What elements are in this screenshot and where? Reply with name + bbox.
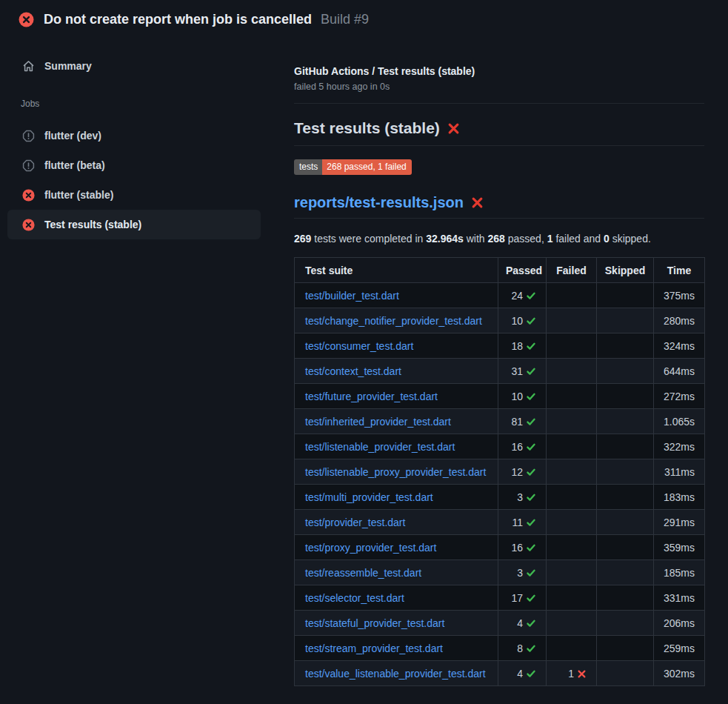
passed-cell: 10	[498, 384, 547, 409]
check-title: Test results (stable)	[294, 119, 440, 137]
failed-cell	[547, 308, 597, 333]
cross-mark-icon	[447, 122, 460, 135]
check-icon	[526, 517, 536, 528]
test-suite-link[interactable]: test/reassemble_test.dart	[305, 567, 421, 579]
passed-cell: 4	[498, 661, 547, 686]
report-file-link[interactable]: reports/test-results.json	[294, 194, 464, 211]
test-suite-cell: test/stateful_provider_test.dart	[295, 611, 498, 636]
page-body: Summary Jobs flutter (dev)	[0, 38, 728, 686]
check-icon	[526, 542, 536, 553]
test-suite-link[interactable]: test/value_listenable_provider_test.dart	[305, 668, 486, 680]
run-status-line: failed 5 hours ago in 0s	[294, 82, 704, 92]
passed-cell: 18	[498, 333, 547, 359]
skipped-count: 0	[604, 233, 610, 245]
test-suite-link[interactable]: test/selector_test.dart	[305, 592, 404, 604]
test-suite-link[interactable]: test/listenable_provider_test.dart	[305, 441, 455, 453]
passed-cell: 16	[498, 535, 547, 560]
test-suite-cell: test/future_provider_test.dart	[295, 384, 498, 409]
check-icon	[526, 568, 536, 578]
passed-cell: 8	[498, 636, 547, 661]
github-check-page: Do not create report when job is cancell…	[0, 0, 728, 704]
test-suite-link[interactable]: test/inherited_provider_test.dart	[305, 416, 451, 428]
check-icon	[526, 492, 536, 502]
table-row: test/future_provider_test.dart10272ms	[295, 384, 705, 409]
test-suite-cell: test/listenable_proxy_provider_test.dart	[295, 459, 498, 485]
test-suite-link[interactable]: test/future_provider_test.dart	[305, 391, 438, 402]
table-row: test/listenable_provider_test.dart16322m…	[295, 434, 705, 459]
passed-cell: 17	[498, 585, 547, 611]
skipped-cell	[597, 560, 654, 585]
table-body: test/builder_test.dart24375mstest/change…	[295, 283, 705, 686]
skipped-cell	[597, 409, 654, 434]
check-icon	[526, 442, 536, 452]
test-suite-cell: test/value_listenable_provider_test.dart	[295, 661, 498, 686]
test-suite-link[interactable]: test/change_notifier_provider_test.dart	[305, 315, 482, 327]
failed-cell	[547, 636, 597, 661]
failed-cell	[547, 359, 597, 384]
table-row: test/change_notifier_provider_test.dart1…	[295, 308, 705, 333]
table-row: test/context_test.dart31644ms	[295, 359, 705, 384]
test-suite-link[interactable]: test/listenable_proxy_provider_test.dart	[305, 466, 486, 478]
table-row: test/selector_test.dart17331ms	[295, 585, 705, 611]
time-cell: 644ms	[654, 359, 705, 384]
time-cell: 280ms	[654, 308, 705, 333]
skipped-cell	[597, 359, 654, 384]
check-icon	[526, 643, 536, 654]
test-results-table: Test suite Passed Failed Skipped Time te…	[294, 257, 705, 686]
check-icon	[526, 467, 536, 477]
test-suite-link[interactable]: test/stateful_provider_test.dart	[305, 617, 444, 629]
test-suite-link[interactable]: test/consumer_test.dart	[305, 340, 413, 352]
column-header-passed: Passed	[498, 258, 547, 283]
sidebar-item-label: flutter (beta)	[44, 159, 105, 171]
failed-cell	[547, 585, 597, 611]
time-cell: 1.065s	[654, 409, 705, 434]
skipped-cell	[597, 636, 654, 661]
skipped-cell	[597, 485, 654, 510]
test-suite-link[interactable]: test/builder_test.dart	[305, 290, 399, 302]
check-icon	[526, 391, 536, 402]
table-row: test/builder_test.dart24375ms	[295, 283, 705, 308]
check-icon	[526, 618, 536, 628]
check-icon	[526, 316, 536, 326]
failed-cell	[547, 384, 597, 409]
failed-cell	[547, 409, 597, 434]
table-row: test/inherited_provider_test.dart811.065…	[295, 409, 705, 434]
skipped-cell	[597, 585, 654, 611]
passed-cell: 16	[498, 434, 547, 459]
sidebar-item-flutter-beta[interactable]: flutter (beta)	[7, 150, 261, 180]
skipped-cell	[597, 333, 654, 359]
test-suite-link[interactable]: test/provider_test.dart	[305, 517, 405, 528]
skipped-cell	[597, 535, 654, 560]
time-cell: 324ms	[654, 333, 705, 359]
passed-cell: 10	[498, 308, 547, 333]
test-suite-cell: test/listenable_provider_test.dart	[295, 434, 498, 459]
badge-label: tests	[294, 159, 322, 175]
cross-mark-icon	[471, 196, 484, 209]
sidebar-item-test-results-stable[interactable]: Test results (stable)	[7, 210, 261, 239]
divider	[294, 103, 704, 104]
column-header-failed: Failed	[547, 258, 597, 283]
test-suite-link[interactable]: test/multi_provider_test.dart	[305, 491, 433, 503]
test-suite-cell: test/consumer_test.dart	[295, 333, 498, 359]
passed-cell: 24	[498, 283, 547, 308]
passed-cell: 12	[498, 459, 547, 485]
table-row: test/listenable_proxy_provider_test.dart…	[295, 459, 705, 485]
sidebar-item-flutter-stable[interactable]: flutter (stable)	[7, 180, 261, 210]
total-count: 269	[294, 233, 311, 245]
sidebar-item-flutter-dev[interactable]: flutter (dev)	[7, 121, 261, 150]
x-circle-icon	[22, 189, 35, 202]
skipped-cell	[597, 283, 654, 308]
test-suite-cell: test/stream_provider_test.dart	[295, 636, 498, 661]
sidebar-item-summary[interactable]: Summary	[7, 51, 261, 81]
x-icon	[577, 669, 587, 679]
time-cell: 206ms	[654, 611, 705, 636]
failed-cell: 1	[547, 661, 597, 686]
column-header-skipped: Skipped	[597, 258, 654, 283]
jobs-section-label: Jobs	[7, 99, 261, 109]
column-header-test-suite: Test suite	[295, 258, 498, 283]
time-cell: 272ms	[654, 384, 705, 409]
time-cell: 375ms	[654, 283, 705, 308]
test-suite-link[interactable]: test/context_test.dart	[305, 365, 401, 377]
test-suite-link[interactable]: test/proxy_provider_test.dart	[305, 542, 436, 554]
test-suite-link[interactable]: test/stream_provider_test.dart	[305, 642, 443, 654]
